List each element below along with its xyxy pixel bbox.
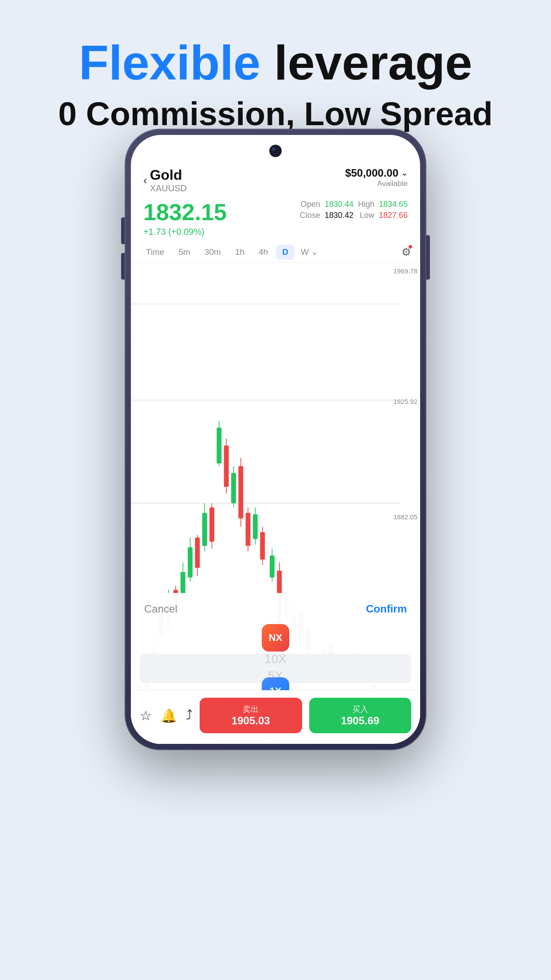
open-label: Open <box>300 200 320 209</box>
buy-price: 1905.69 <box>314 715 407 727</box>
buy-button[interactable]: 买入 1905.69 <box>309 698 412 733</box>
high-value: 1834.65 <box>379 200 408 209</box>
phone-mockup: ‹ Gold XAUUSD $50,000.00 ⌄ Available <box>125 129 426 750</box>
notification-icon[interactable]: 🔔 <box>161 708 177 723</box>
svg-rect-39 <box>253 514 258 539</box>
svg-rect-23 <box>195 538 200 568</box>
timeframe-bar: Time 5m 30m 1h 4h D W ⌄ ⚙ <box>131 241 420 263</box>
side-button-volume-down <box>121 253 125 280</box>
svg-rect-35 <box>238 466 243 518</box>
close-value: 1830.42 <box>325 211 354 220</box>
phone-screen: ‹ Gold XAUUSD $50,000.00 ⌄ Available <box>131 135 420 744</box>
leverage-10x[interactable]: 10X <box>264 652 287 667</box>
balance-chevron-icon: ⌄ <box>401 168 408 178</box>
phone-outer: ‹ Gold XAUUSD $50,000.00 ⌄ Available <box>125 129 426 750</box>
svg-rect-31 <box>224 446 229 487</box>
side-button-volume-up <box>121 217 125 244</box>
tf-w-dropdown[interactable]: W ⌄ <box>296 244 323 260</box>
back-arrow-icon[interactable]: ‹ <box>143 174 147 187</box>
action-bar: ☆ 🔔 ⤴ 卖出 1905.03 买入 1905.69 <box>131 690 420 744</box>
svg-rect-37 <box>246 513 251 546</box>
close-label: Close <box>300 211 320 220</box>
svg-rect-25 <box>202 513 207 546</box>
header-title: Flexible leverage <box>27 36 524 89</box>
instrument-info: Gold XAUUSD <box>150 167 187 194</box>
tf-30m[interactable]: 30m <box>198 245 227 260</box>
side-button-power <box>426 235 430 280</box>
low-value: 1827.66 <box>379 211 408 220</box>
share-icon[interactable]: ⤴ <box>186 708 193 723</box>
action-icons-group: ☆ 🔔 ⤴ <box>140 708 193 723</box>
svg-rect-21 <box>188 547 193 577</box>
svg-rect-43 <box>270 556 275 578</box>
top-bar: ‹ Gold XAUUSD $50,000.00 ⌄ Available <box>131 162 420 197</box>
header-subtitle: 0 Commission, Low Spread <box>27 94 524 134</box>
price-left: 1832.15 +1.73 (+0.09%) <box>143 200 227 237</box>
svg-rect-27 <box>209 507 214 541</box>
chart-price-low: 1882.05 <box>394 513 417 521</box>
low-label: Low <box>358 211 374 220</box>
sheet-header: Cancel Confirm <box>131 593 420 620</box>
price-change: +1.73 (+0.09%) <box>143 227 227 237</box>
chart-price-top: 1969.78 <box>394 267 417 275</box>
svg-rect-41 <box>260 532 265 560</box>
sell-price: 1905.03 <box>204 715 298 727</box>
balance-area[interactable]: $50,000.00 ⌄ Available <box>345 167 408 188</box>
chart-price-mid: 1925.92 <box>394 398 417 405</box>
instrument-symbol: XAUUSD <box>150 183 187 194</box>
tf-1h[interactable]: 1h <box>229 245 251 260</box>
tf-4h[interactable]: 4h <box>252 245 274 260</box>
tf-5m[interactable]: 5m <box>173 245 197 260</box>
buy-label: 买入 <box>314 704 407 715</box>
balance-amount: $50,000.00 ⌄ <box>345 167 408 179</box>
confirm-button[interactable]: Confirm <box>366 603 407 615</box>
ohlc-grid: Open 1830.44 High 1834.65 Close 1830.42 … <box>300 200 408 220</box>
instrument-name: Gold <box>150 167 187 183</box>
cancel-button[interactable]: Cancel <box>144 603 177 615</box>
watchlist-icon[interactable]: ☆ <box>140 708 152 723</box>
current-price: 1832.15 <box>143 200 227 225</box>
header-title-black: leverage <box>260 35 472 90</box>
nx-brand-logo: NX <box>262 624 289 652</box>
tf-d[interactable]: D <box>276 245 295 260</box>
tf-settings-icon[interactable]: ⚙ <box>401 246 411 258</box>
high-label: High <box>358 200 374 209</box>
sell-label: 卖出 <box>204 704 298 715</box>
svg-rect-33 <box>231 473 236 503</box>
settings-notification-dot <box>409 245 412 249</box>
camera-dot <box>269 145 282 157</box>
svg-rect-29 <box>216 428 221 464</box>
tf-time[interactable]: Time <box>140 245 171 260</box>
sell-button[interactable]: 卖出 1905.03 <box>200 698 302 733</box>
screen-content: ‹ Gold XAUUSD $50,000.00 ⌄ Available <box>131 135 420 744</box>
open-value: 1830.44 <box>325 200 354 209</box>
balance-label: Available <box>345 179 408 188</box>
header-title-blue: Flexible <box>79 35 261 90</box>
back-btn-area[interactable]: ‹ Gold XAUUSD <box>143 167 187 194</box>
price-section: 1832.15 +1.73 (+0.09%) Open 1830.44 High… <box>131 197 420 241</box>
